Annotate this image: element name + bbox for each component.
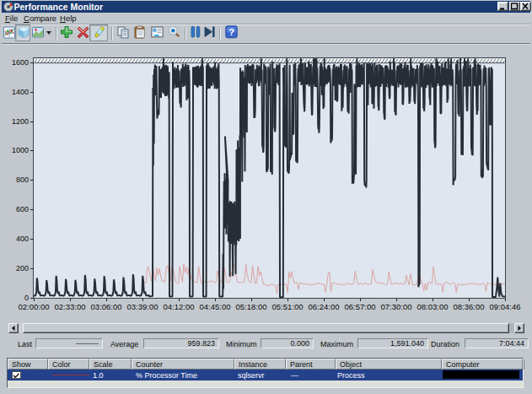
svg-text:?: ? [228,27,234,37]
